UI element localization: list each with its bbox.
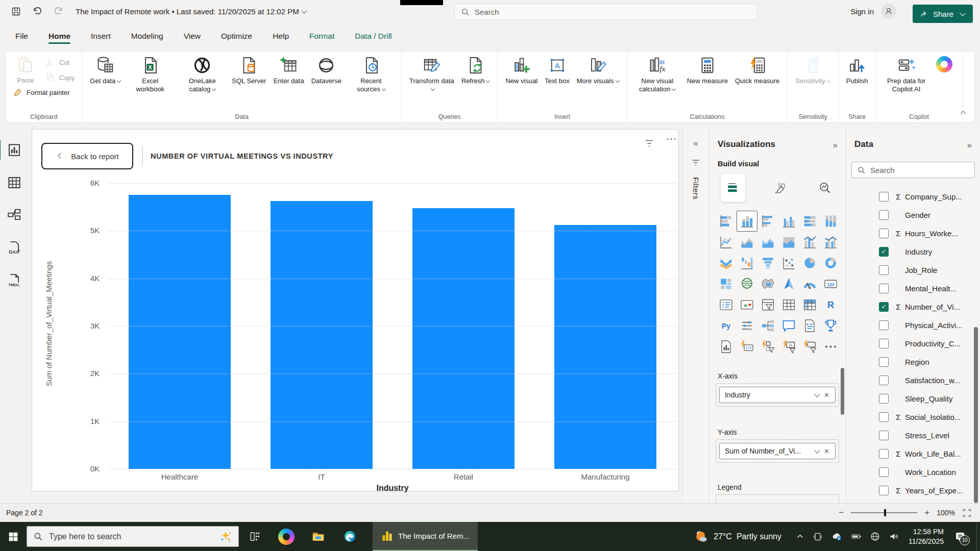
tray-chevron-up-icon[interactable]: [796, 532, 804, 541]
y-axis-well[interactable]: Sum of Number_of_Vi... ✕: [716, 439, 839, 463]
visual-type-paginated-report[interactable]: [716, 336, 737, 357]
visual-type-pie-chart[interactable]: [799, 253, 820, 273]
visual-type-100-stacked-column-chart[interactable]: [820, 211, 841, 232]
visual-type-metrics[interactable]: [820, 315, 841, 336]
weather-widget[interactable]: 27°C Partly sunny: [694, 529, 781, 544]
taskbar-app-powerbi[interactable]: The Impact of Rem...: [373, 522, 478, 551]
sidebar-table-view[interactable]: [6, 174, 23, 191]
enter-data-button[interactable]: Enter data: [270, 55, 308, 87]
visual-type-ribbon-chart[interactable]: [716, 253, 737, 273]
checkbox-icon[interactable]: [879, 486, 889, 495]
menu-tab-home[interactable]: Home: [47, 24, 71, 48]
visual-type-donut-chart[interactable]: [820, 253, 841, 273]
copilot-taskbar-button[interactable]: [271, 522, 302, 551]
field-row[interactable]: ΣYears_of_Expe...: [846, 481, 974, 499]
battery-icon[interactable]: [851, 531, 862, 542]
sidebar-tmdl-view[interactable]: TMDL: [6, 272, 23, 289]
field-row[interactable]: Gender: [846, 206, 974, 224]
field-name[interactable]: Job_Role: [905, 266, 937, 274]
new-visual-button[interactable]: New visual: [502, 55, 541, 87]
collapse-data-icon[interactable]: »: [967, 140, 972, 151]
visual-type-decomposition-tree[interactable]: [757, 315, 778, 336]
checkbox-icon[interactable]: [879, 210, 889, 220]
filter-icon[interactable]: [644, 138, 655, 149]
tab-build-visual[interactable]: [721, 173, 745, 202]
field-name[interactable]: Gender: [905, 211, 930, 219]
zoom-out-button[interactable]: −: [839, 508, 844, 518]
copilot-logo-button[interactable]: [933, 55, 958, 79]
document-title[interactable]: The Impact of Remote work • Last saved: …: [76, 7, 299, 16]
field-name[interactable]: Number_of_Vi...: [905, 303, 960, 311]
onelake-catalog-button[interactable]: OneLake catalog: [176, 55, 228, 95]
menu-tab-format[interactable]: Format: [308, 24, 335, 48]
bar-manufacturing[interactable]: [554, 225, 656, 469]
visual-type-clustered-bar-chart[interactable]: [757, 211, 778, 232]
file-explorer-button[interactable]: [302, 522, 334, 551]
visual-type-qa-visual[interactable]: [778, 315, 799, 336]
visual-type-100-stacked-bar-chart[interactable]: [799, 211, 820, 232]
field-row[interactable]: Job_Role: [846, 261, 974, 279]
zoom-in-button[interactable]: +: [924, 508, 929, 518]
visual-type-matrix[interactable]: [799, 294, 820, 315]
field-name[interactable]: Mental_Healt...: [905, 284, 957, 293]
speaker-icon[interactable]: [889, 531, 899, 542]
more-options-icon[interactable]: ⋯: [666, 133, 677, 145]
undo-button[interactable]: [29, 3, 46, 20]
menu-tab-file[interactable]: File: [14, 24, 29, 48]
field-name[interactable]: Satisfaction_w...: [905, 376, 960, 385]
new-visual-calculation-button[interactable]: fxNew visual calculation: [631, 55, 683, 95]
menu-tab-help[interactable]: Help: [272, 24, 290, 48]
taskbar-search-input[interactable]: Type here to search: [27, 526, 239, 547]
y-axis-field[interactable]: Sum of Number_of_Vi...: [725, 447, 812, 455]
visual-type-stacked-bar-chart[interactable]: [716, 211, 737, 232]
visual-type-python-visual[interactable]: Py: [716, 315, 737, 336]
checkbox-icon[interactable]: [879, 265, 889, 275]
dataverse-button[interactable]: Dataverse: [308, 55, 345, 87]
visual-type-smart-narrative[interactable]: [799, 315, 820, 336]
excel-workbook-button[interactable]: XExcel workbook: [124, 55, 176, 95]
field-row[interactable]: Region: [846, 353, 974, 371]
field-name[interactable]: Industry: [905, 247, 932, 256]
recent-sources-button[interactable]: Recent sources: [345, 55, 397, 95]
checkbox-icon[interactable]: [879, 357, 889, 367]
checkbox-icon[interactable]: [879, 375, 889, 385]
visual-type-multi-row-card[interactable]: [716, 294, 737, 315]
back-to-report-button[interactable]: Back to report: [41, 143, 133, 169]
copy-button[interactable]: Copy: [42, 70, 78, 85]
title-dropdown-icon[interactable]: [301, 8, 307, 13]
transform-data-button[interactable]: Transform data: [406, 55, 458, 95]
redo-button[interactable]: [50, 3, 67, 20]
field-row[interactable]: Productivity_C...: [846, 334, 974, 353]
fit-to-page-icon[interactable]: [962, 508, 972, 518]
checkbox-checked-icon[interactable]: ✓: [879, 302, 889, 312]
visual-type-line-chart[interactable]: [716, 232, 737, 253]
bar-retail[interactable]: [412, 208, 514, 469]
visual-type-new-slicer[interactable]: [757, 336, 778, 357]
checkbox-icon[interactable]: [879, 229, 889, 238]
field-row[interactable]: ✓Industry: [846, 242, 974, 261]
remove-field-icon[interactable]: ✕: [820, 391, 833, 399]
visual-type-100-stacked-area-chart[interactable]: [778, 232, 799, 253]
visual-type-table[interactable]: [778, 294, 799, 315]
account-avatar[interactable]: [881, 4, 896, 19]
visual-type-more-visual-options[interactable]: [820, 336, 841, 357]
visual-type-button-slicer[interactable]: [799, 336, 820, 357]
visual-type-kpi[interactable]: [737, 294, 757, 315]
field-row[interactable]: ΣHours_Worke...: [846, 224, 974, 242]
bar-it[interactable]: [271, 201, 373, 469]
data-scrollbar[interactable]: [974, 327, 978, 503]
field-name[interactable]: Years_of_Expe...: [905, 486, 963, 495]
network-globe-icon[interactable]: [870, 531, 880, 542]
field-name[interactable]: Work_Location: [905, 468, 956, 477]
tab-format-visual[interactable]: [770, 178, 790, 198]
device-icon[interactable]: [813, 532, 823, 542]
field-row[interactable]: Sleep_Quality: [846, 389, 974, 408]
visual-type-funnel-chart[interactable]: [757, 253, 778, 273]
field-name[interactable]: Physical_Activi...: [905, 321, 963, 330]
field-row[interactable]: Work_Location: [846, 463, 974, 481]
field-row[interactable]: Physical_Activi...: [846, 316, 974, 334]
checkbox-icon[interactable]: [879, 467, 889, 477]
visual-type-map[interactable]: [737, 273, 757, 294]
x-axis-well[interactable]: Industry ✕: [716, 383, 839, 407]
format-painter-button[interactable]: Format painter: [10, 85, 78, 99]
